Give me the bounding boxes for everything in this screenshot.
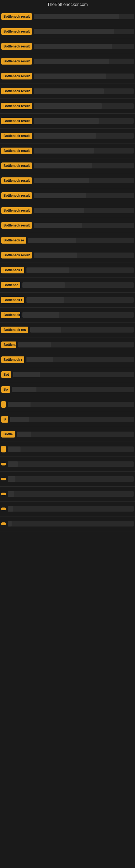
list-item[interactable]: Bottleneck result — [0, 99, 135, 114]
bottleneck-badge: Bottleneck — [1, 312, 20, 318]
progress-bar-fill — [34, 193, 86, 198]
list-item[interactable]: | — [0, 442, 135, 457]
list-item[interactable]: Bottleneck re — [0, 233, 135, 248]
bottleneck-badge — [1, 522, 6, 525]
site-title-bar: TheBottlenecker.com — [0, 0, 135, 9]
progress-bar-fill — [34, 44, 112, 49]
bottleneck-badge — [1, 478, 6, 480]
list-item[interactable] — [0, 501, 135, 517]
list-item[interactable]: Bottleneck result — [0, 188, 135, 203]
list-item[interactable]: Bottleneck result — [0, 173, 135, 188]
list-item[interactable]: Bottleneck r — [0, 352, 135, 367]
bottleneck-badge: Bottleneck result — [1, 148, 32, 154]
list-item[interactable]: Bottleneck result — [0, 54, 135, 69]
progress-bar-container — [8, 506, 134, 512]
bottleneck-badge: Bottleneck r — [1, 267, 24, 273]
bottleneck-badge: Bottleneck r — [1, 297, 24, 303]
progress-bar-fill — [28, 238, 76, 243]
bottleneck-badge: Bottleneck result — [1, 28, 32, 35]
progress-bar-fill — [34, 14, 119, 19]
bottleneck-badge — [1, 463, 6, 465]
list-item[interactable]: Bottlene — [0, 337, 135, 352]
list-item[interactable]: Bottleneck result — [0, 69, 135, 84]
list-item[interactable]: Bottleneck result — [0, 203, 135, 218]
bottleneck-badge: Bottleneck result — [1, 162, 32, 169]
progress-bar-container — [34, 163, 134, 168]
list-item[interactable]: Bottleneck result — [0, 114, 135, 129]
bottleneck-badge: Bottleneck result — [1, 192, 32, 199]
list-item[interactable]: Bottleneck result — [0, 158, 135, 173]
list-item[interactable]: Bottle — [0, 427, 135, 442]
progress-bar-container — [34, 178, 134, 183]
progress-bar-container — [28, 238, 134, 243]
progress-bar-fill — [34, 252, 77, 258]
list-item[interactable]: Bottleneck result — [0, 129, 135, 144]
progress-bar-container — [8, 521, 134, 527]
list-item[interactable]: Bo — [0, 382, 135, 397]
list-item[interactable] — [0, 517, 135, 531]
bottleneck-badge: Bottleneck result — [1, 133, 32, 139]
progress-bar-container — [22, 282, 134, 288]
list-item[interactable]: Bottleneck result — [0, 248, 135, 263]
list-item[interactable]: Bottleneck result — [0, 9, 135, 24]
progress-bar-fill — [12, 387, 37, 392]
bottleneck-badge: Bottleneck result — [1, 103, 32, 109]
progress-bar-container — [34, 44, 134, 49]
bottleneck-badge: Bot — [1, 371, 11, 378]
progress-bar-fill — [27, 357, 53, 362]
bottleneck-badge: Bottleneck result — [1, 177, 32, 184]
progress-bar-fill — [34, 163, 92, 168]
progress-bar-fill — [34, 59, 108, 64]
progress-bar-fill — [8, 402, 31, 407]
bottleneck-badge: Bottleneck re — [1, 237, 26, 244]
list-item[interactable]: Bot — [0, 367, 135, 382]
progress-bar-container — [27, 357, 134, 362]
progress-bar-container — [34, 133, 134, 138]
list-item[interactable]: Bottleneck result — [0, 24, 135, 39]
progress-bar-fill — [27, 268, 70, 273]
progress-bar-container — [34, 29, 134, 34]
progress-bar-fill — [8, 476, 15, 482]
list-item[interactable]: Bottleneck result — [0, 84, 135, 99]
progress-bar-fill — [8, 446, 20, 452]
list-item[interactable]: Bottleneck result — [0, 218, 135, 233]
list-item[interactable]: | — [0, 397, 135, 412]
list-item[interactable]: Bottleneck r — [0, 293, 135, 308]
progress-bar-fill — [34, 73, 105, 79]
progress-bar-fill — [34, 148, 94, 154]
progress-bar-container — [22, 312, 134, 318]
bottleneck-badge — [1, 493, 6, 495]
list-item[interactable]: Bottleneck result — [0, 39, 135, 54]
progress-bar-container — [34, 88, 134, 94]
list-item[interactable]: Bottleneck r — [0, 263, 135, 278]
progress-bar-container — [8, 461, 134, 467]
list-item[interactable]: Bottleneck res — [0, 322, 135, 337]
progress-bar-container — [17, 432, 134, 437]
progress-bar-container — [34, 252, 134, 258]
list-item[interactable] — [0, 457, 135, 472]
progress-bar-container — [8, 446, 134, 452]
progress-bar-fill — [13, 372, 40, 377]
progress-bar-fill — [34, 208, 84, 213]
bottleneck-badge: Bottleneck result — [1, 252, 32, 258]
progress-bar-fill — [8, 491, 14, 497]
bottleneck-badge: Bottleneck result — [1, 73, 32, 80]
progress-bar-container — [8, 491, 134, 497]
list-item[interactable] — [0, 487, 135, 501]
progress-bar-container — [18, 342, 134, 347]
progress-bar-container — [27, 268, 134, 273]
progress-bar-fill — [17, 432, 31, 437]
progress-bar-fill — [22, 282, 65, 288]
list-item[interactable] — [0, 472, 135, 487]
progress-bar-container — [34, 118, 134, 124]
bottleneck-badge: Bottleneck result — [1, 58, 32, 65]
list-item[interactable]: Bottleneck result — [0, 144, 135, 158]
list-item[interactable]: B — [0, 412, 135, 427]
list-item[interactable]: Bottlenec — [0, 278, 135, 293]
progress-bar-container — [8, 476, 134, 482]
progress-bar-container — [27, 297, 134, 303]
list-item[interactable]: Bottleneck — [0, 308, 135, 322]
progress-bar-fill — [18, 342, 51, 347]
bottleneck-badge: Bottleneck result — [1, 118, 32, 124]
progress-bar-fill — [34, 29, 114, 34]
